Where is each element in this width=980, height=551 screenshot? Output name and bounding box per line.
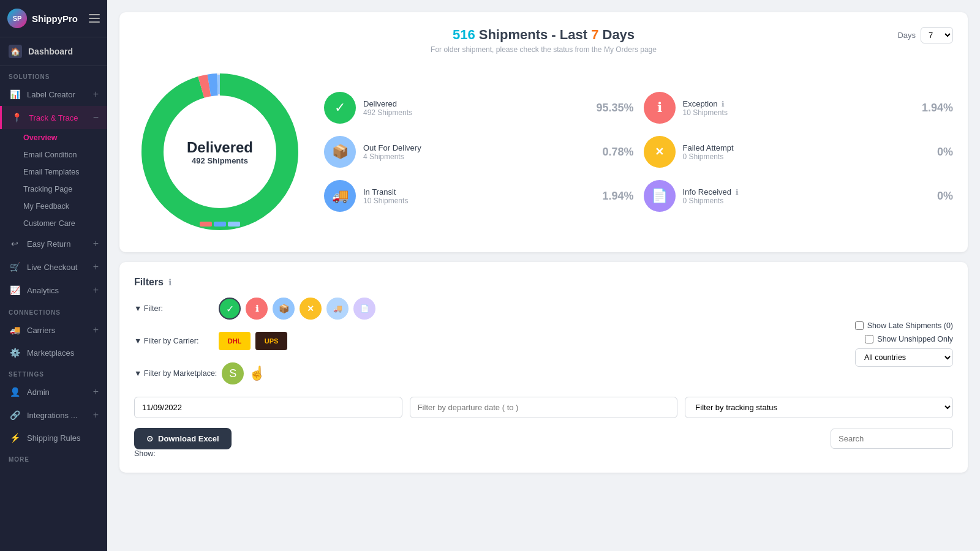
days-highlight: 7 — [591, 27, 598, 42]
solutions-section-label: SOLUTIONS — [0, 66, 107, 83]
delivered-pct: 95.35% — [596, 102, 633, 114]
filter-bubble-failed[interactable]: ✕ — [300, 298, 322, 320]
filters-card: Filters ℹ ▼ Filter: ✓ ℹ 📦 — [119, 262, 968, 473]
out-for-delivery-icon: 📦 — [324, 136, 356, 168]
filter-bubble-in-transit[interactable]: 🚚 — [326, 298, 349, 320]
track-trace-label: Track & Trace — [29, 113, 78, 122]
sidebar-item-track-trace[interactable]: 📍 Track & Trace − — [0, 106, 107, 129]
hamburger-menu[interactable] — [89, 14, 100, 23]
tracking-status-select[interactable]: Filter by tracking status — [685, 397, 953, 418]
sidebar-item-carriers[interactable]: 🚚 Carriers + — [0, 318, 107, 342]
dashboard-label: Dashboard — [28, 47, 73, 56]
show-late-shipments-checkbox[interactable] — [855, 321, 864, 330]
exception-icon: ℹ — [644, 92, 676, 124]
integrations-icon: 🔗 — [9, 410, 21, 420]
label-creator-icon: 📊 — [9, 89, 21, 99]
date-from-input[interactable] — [134, 397, 402, 418]
integrations-expand-icon[interactable]: + — [93, 410, 99, 421]
track-trace-expand-icon[interactable]: − — [93, 112, 99, 123]
label-creator-expand-icon[interactable]: + — [93, 89, 99, 100]
sidebar-subitem-customer-care[interactable]: Customer Care — [0, 215, 107, 232]
filters-title: Filters — [134, 277, 164, 288]
exception-pct: 1.94% — [922, 102, 953, 114]
analytics-expand-icon[interactable]: + — [93, 285, 99, 296]
live-checkout-expand-icon[interactable]: + — [93, 261, 99, 272]
sidebar-subitem-email-templates[interactable]: Email Templates — [0, 163, 107, 181]
info-received-icon: 📄 — [644, 180, 676, 212]
exception-label: Exception ℹ — [683, 99, 914, 108]
in-transit-icon: 🚚 — [324, 180, 356, 212]
days-label: Days — [897, 31, 916, 40]
ups-carrier-filter[interactable]: UPS — [255, 332, 287, 350]
info-received-label: Info Received ℹ — [683, 187, 930, 197]
status-filter-row: ▼ Filter: ✓ ℹ 📦 ✕ 🚚 — [134, 298, 375, 320]
filter-right-controls: Show Late Shipments (0) Show Unshipped O… — [855, 321, 953, 367]
chart-title: 516 Shipments - Last 7 Days — [134, 27, 953, 43]
marketplace-filter-label: ▼ Filter by Marketplace: — [134, 369, 217, 378]
show-late-shipments-row: Show Late Shipments (0) — [855, 321, 953, 330]
sidebar-subitem-tracking-page[interactable]: Tracking Page — [0, 181, 107, 198]
easy-return-expand-icon[interactable]: + — [93, 238, 99, 249]
out-for-delivery-label: Out For Delivery — [363, 143, 595, 152]
sidebar-item-shipping-rules[interactable]: ⚡ Shipping Rules — [0, 427, 107, 449]
cursor-pointer-icon: ☝ — [249, 365, 265, 381]
admin-expand-icon[interactable]: + — [93, 386, 99, 397]
days-select[interactable]: 7 14 30 — [921, 27, 953, 43]
analytics-icon: 📈 — [9, 285, 21, 295]
carriers-expand-icon[interactable]: + — [93, 324, 99, 335]
dhl-carrier-filter[interactable]: DHL — [219, 332, 251, 350]
sidebar-item-integrations[interactable]: 🔗 Integrations ... + — [0, 403, 107, 427]
in-transit-count: 10 Shipments — [363, 197, 595, 205]
shopify-marketplace-filter[interactable]: S — [222, 362, 244, 384]
sidebar-item-dashboard[interactable]: 🏠 Dashboard — [0, 37, 107, 66]
sidebar: SP ShippyPro 🏠 Dashboard SOLUTIONS 📊 Lab… — [0, 0, 107, 551]
sidebar-item-analytics[interactable]: 📈 Analytics + — [0, 279, 107, 302]
filter-bubble-exception[interactable]: ℹ — [246, 298, 268, 320]
stats-grid: ✓ Delivered 492 Shipments 95.35% 📦 Out F… — [324, 92, 953, 212]
delivered-label: Delivered — [363, 99, 589, 108]
delivered-icon: ✓ — [324, 92, 356, 124]
filter-bubble-delivered[interactable]: ✓ — [219, 298, 241, 320]
stat-out-for-delivery: 📦 Out For Delivery 4 Shipments 0.78% — [324, 136, 634, 168]
search-input[interactable] — [831, 429, 953, 449]
connections-section-label: CONNECTIONS — [0, 302, 107, 318]
sidebar-item-label-creator[interactable]: 📊 Label Creator + — [0, 83, 107, 106]
show-late-shipments-label: Show Late Shipments (0) — [867, 321, 953, 330]
analytics-label: Analytics — [27, 286, 59, 295]
show-unshipped-checkbox[interactable] — [865, 335, 873, 343]
stat-info-received: 📄 Info Received ℹ 0 Shipments 0% — [644, 180, 954, 212]
filter-bubble-info-received[interactable]: 📄 — [353, 298, 375, 320]
marketplace-filter-row: ▼ Filter by Marketplace: S ☝ — [134, 362, 375, 384]
failed-attempt-icon: ✕ — [644, 136, 676, 168]
download-excel-button[interactable]: ⊙ Download Excel — [134, 428, 232, 449]
in-transit-pct: 1.94% — [602, 190, 633, 203]
carrier-filter-row: ▼ Filter by Carrier: DHL UPS — [134, 332, 375, 350]
shipment-count: 516 — [453, 27, 475, 42]
download-icon: ⊙ — [146, 434, 153, 443]
shipments-card: 516 Shipments - Last 7 Days For older sh… — [119, 12, 968, 252]
admin-label: Admin — [27, 388, 50, 397]
sidebar-subitem-my-feedback[interactable]: My Feedback — [0, 198, 107, 215]
download-row: ⊙ Download Excel — [134, 428, 953, 449]
delivered-count: 492 Shipments — [363, 108, 589, 117]
carriers-icon: 🚚 — [9, 325, 21, 335]
sidebar-subitem-overview[interactable]: Overview — [0, 129, 107, 146]
donut-center: Delivered 492 Shipments — [187, 139, 253, 165]
sidebar-item-admin[interactable]: 👤 Admin + — [0, 380, 107, 403]
marketplaces-icon: ⚙️ — [9, 348, 21, 358]
date-filter-row: Filter by tracking status — [134, 397, 953, 418]
date-to-input[interactable] — [410, 397, 678, 418]
sidebar-item-easy-return[interactable]: ↩ Easy Return + — [0, 232, 107, 255]
filter-bubble-out-for-delivery[interactable]: 📦 — [273, 298, 295, 320]
sidebar-subitem-email-condition[interactable]: Email Condition — [0, 146, 107, 163]
country-select[interactable]: All countries — [855, 348, 953, 367]
stat-failed-attempt: ✕ Failed Attempt 0 Shipments 0% — [644, 136, 954, 168]
failed-attempt-label: Failed Attempt — [683, 143, 930, 152]
info-received-count: 0 Shipments — [683, 197, 930, 205]
show-unshipped-label: Show Unshipped Only — [877, 335, 953, 343]
sidebar-item-marketplaces[interactable]: ⚙️ Marketplaces — [0, 342, 107, 364]
filters-info-icon: ℹ — [168, 277, 172, 287]
track-trace-icon: 📍 — [10, 113, 23, 122]
sidebar-item-live-checkout[interactable]: 🛒 Live Checkout + — [0, 255, 107, 279]
dashboard-icon: 🏠 — [9, 45, 22, 58]
